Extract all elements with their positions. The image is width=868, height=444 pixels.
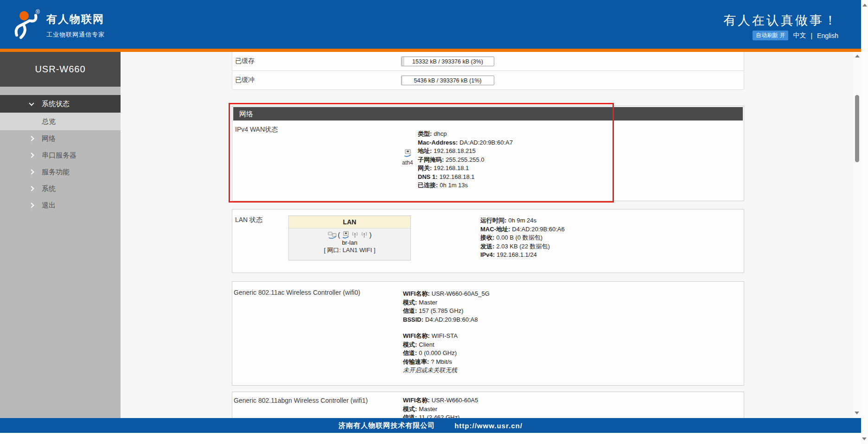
- autorefresh-toggle[interactable]: 自动刷新 开: [753, 31, 788, 40]
- field-value: 0 (0.000 GHz): [419, 349, 457, 356]
- wifi0-sta-fields: WIFI名称:WIFI-STA 模式:Client 信道:0 (0.000 GH…: [403, 332, 458, 375]
- sidebar-item-label: 网络: [42, 130, 56, 147]
- field-label: 接收:: [480, 234, 494, 241]
- field-value: Master: [419, 299, 437, 306]
- sidebar-item-network[interactable]: 网络: [0, 130, 121, 147]
- paren-close: ): [370, 231, 372, 239]
- window-scrollbar[interactable]: [861, 0, 868, 444]
- field-value: 157 (5.785 GHz): [419, 307, 463, 314]
- brand-title: 有人物联网: [46, 12, 105, 26]
- wifi-icon: [360, 231, 368, 239]
- field-value: 0.00 B (0 数据包): [496, 234, 542, 241]
- sidebar-item-overview[interactable]: 总览: [0, 113, 121, 130]
- scroll-down-arrow-icon[interactable]: [862, 438, 867, 440]
- status-field: WIFI名称:USR-W660-60A5: [403, 396, 478, 405]
- wifi0-controller-label: Generic 802.11ac Wireless Controller (wi…: [234, 289, 360, 296]
- status-field: DNS 1:192.168.18.1: [418, 173, 513, 182]
- buffered-progressbar: 5436 kB / 393376 kB (1%): [401, 76, 494, 85]
- memory-row-label: 已缓冲: [235, 76, 255, 84]
- sidebar-item-logout[interactable]: 退出: [0, 197, 121, 214]
- field-value: Client: [419, 341, 434, 348]
- sidebar-item-system-status[interactable]: 系统状态: [0, 95, 121, 113]
- progressbar-value: 15332 kB / 393376 kB (3%): [402, 57, 494, 66]
- wan-status-label: IPv4 WAN状态: [235, 126, 278, 134]
- sidebar-item-label: 串口服务器: [42, 147, 77, 164]
- status-field: 类型:dhcp: [418, 130, 513, 139]
- field-value: DA:AD:20:9B:60:A7: [460, 139, 513, 146]
- sidebar-item-services[interactable]: 服务功能: [0, 164, 121, 180]
- status-field: BSSID:D4:AD:20:9B:60:A8: [403, 316, 490, 324]
- status-field: MAC-地址:D4:AD:20:9B:60:A6: [480, 225, 565, 234]
- wifi-icon: [351, 231, 359, 239]
- chevron-right-icon: [29, 136, 34, 141]
- lan-card-body: ( ) br-lan [ 网口: LAN1 WIFI ]: [289, 228, 410, 254]
- field-label: IPv4:: [480, 251, 495, 258]
- sidebar-nav: USR-W660 系统状态 总览 网络 串口服务器 服务功能: [0, 52, 121, 418]
- lan-section: LAN 状态 LAN ( ) br-lan [ 网口: LAN1 WIFI ]: [232, 209, 744, 273]
- field-label: 网关:: [418, 165, 432, 171]
- scroll-down-arrow-icon[interactable]: [855, 412, 859, 414]
- content-scrollbar[interactable]: [853, 52, 861, 417]
- field-label: 模式:: [403, 341, 417, 348]
- field-value: 192.168.18.1: [434, 165, 469, 171]
- cached-progressbar: 15332 kB / 393376 kB (3%): [401, 57, 494, 66]
- lan-ports: [ 网口: LAN1 WIFI ]: [289, 246, 410, 254]
- sidebar-item-label: 服务功能: [42, 164, 70, 180]
- ethernet-icon: [403, 149, 412, 157]
- scroll-up-arrow-icon[interactable]: [855, 55, 860, 57]
- sidebar-menu: 系统状态 总览 网络 串口服务器 服务功能 系统: [0, 95, 121, 214]
- lang-english-link[interactable]: English: [817, 32, 838, 39]
- field-label: 模式:: [403, 299, 417, 306]
- field-label: 地址:: [418, 147, 432, 154]
- field-label: DNS 1:: [418, 173, 438, 180]
- status-field: 子网掩码:255.255.255.0: [418, 156, 513, 165]
- brand-logo-icon: [10, 5, 43, 44]
- lan-interface-icons: ( ): [289, 230, 410, 239]
- footer-url-link[interactable]: http://www.usr.cn/: [454, 422, 523, 430]
- field-label: WIFI名称:: [403, 332, 430, 339]
- lang-chinese-link[interactable]: 中文: [793, 32, 806, 40]
- sidebar-item-label: 系统状态: [42, 95, 70, 113]
- brand-text: 有人物联网 工业物联网通信专家: [46, 12, 105, 39]
- chevron-right-icon: [29, 152, 34, 158]
- field-value: dhcp: [434, 130, 447, 137]
- scrollbar-thumb[interactable]: [855, 95, 859, 162]
- field-label: 信道:: [403, 349, 417, 356]
- table-row: 已缓存 15332 kB / 393376 kB (3%): [232, 52, 744, 71]
- memory-table: 已缓存 15332 kB / 393376 kB (3%) 已缓冲 5436 k…: [232, 52, 744, 89]
- field-value: 192.168.1.1/24: [497, 251, 537, 258]
- field-label: WIFI名称:: [403, 290, 430, 297]
- field-value: 192.168.18.1: [440, 173, 475, 180]
- chevron-down-icon: [29, 101, 34, 106]
- wifi1-controller-label: Generic 802.11abgn Wireless Controller (…: [234, 397, 368, 404]
- field-value: 255.255.255.0: [446, 156, 484, 163]
- lang-divider: |: [811, 32, 812, 39]
- sidebar-item-system[interactable]: 系统: [0, 180, 121, 197]
- header-controls: 自动刷新 开 中文 | English: [753, 31, 838, 40]
- status-field: WIFI名称:WIFI-STA: [403, 332, 458, 341]
- field-label: 模式:: [403, 406, 417, 412]
- table-row: 已缓冲 5436 kB / 393376 kB (1%): [232, 71, 744, 90]
- field-value: 0h 9m 24s: [508, 217, 536, 224]
- wifi0-master-fields: WIFI名称:USR-W660-60A5_5G 模式:Master 信道:157…: [403, 290, 490, 324]
- status-field: 运行时间:0h 9m 24s: [480, 216, 565, 225]
- field-label: Mac-Address:: [418, 139, 458, 146]
- field-label: 类型:: [418, 130, 432, 137]
- field-value: USR-W660-60A5_5G: [432, 290, 490, 297]
- field-value: Master: [419, 406, 437, 412]
- status-field: 接收:0.00 B (0 数据包): [480, 234, 565, 242]
- field-value: D4:AD:20:9B:60:A6: [512, 226, 564, 233]
- scroll-up-arrow-icon[interactable]: [862, 4, 867, 6]
- lan-status-fields: 运行时间:0h 9m 24s MAC-地址:D4:AD:20:9B:60:A6 …: [480, 216, 565, 260]
- footer-company: 济南有人物联网技术有限公司: [338, 421, 435, 430]
- top-header: 有人物联网 工业物联网通信专家 有人在认真做事！ 自动刷新 开 中文 | Eng…: [0, 0, 861, 49]
- memory-row-label: 已缓存: [235, 57, 255, 65]
- interface-name: ath4: [396, 159, 420, 166]
- status-field: 网关:192.168.18.1: [418, 164, 513, 173]
- sidebar-item-label: 退出: [42, 197, 56, 214]
- status-field: 模式:Client: [403, 341, 458, 349]
- sidebar-item-serial-server[interactable]: 串口服务器: [0, 147, 121, 164]
- status-field: 模式:Master: [403, 298, 490, 307]
- field-value: WIFI-STA: [432, 332, 458, 339]
- wifi0-section: Generic 802.11ac Wireless Controller (wi…: [232, 281, 744, 386]
